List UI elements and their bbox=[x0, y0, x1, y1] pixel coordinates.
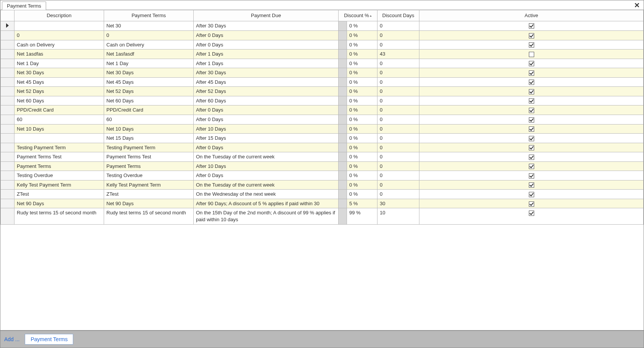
table-row[interactable]: 6060After 0 Days0 %0 bbox=[1, 115, 644, 125]
cell-description[interactable]: Testing Overdue bbox=[14, 171, 104, 180]
cell-payment-due[interactable]: After 0 Days bbox=[194, 40, 339, 49]
cell-active[interactable] bbox=[419, 115, 644, 125]
cell-active[interactable] bbox=[419, 143, 644, 152]
table-row[interactable]: Rudy test terms 15 of second monthRudy t… bbox=[1, 208, 644, 224]
cell-discount-days[interactable]: 0 bbox=[377, 59, 419, 68]
cell-active[interactable] bbox=[419, 77, 644, 87]
discount-pct-editor-button[interactable] bbox=[339, 152, 347, 162]
discount-pct-editor-button[interactable] bbox=[339, 59, 347, 68]
cell-description[interactable]: Net 1asdfas bbox=[14, 49, 104, 59]
discount-pct-editor-button[interactable] bbox=[339, 143, 347, 152]
cell-discount-pct[interactable]: 0 % bbox=[347, 21, 377, 31]
cell-discount-days[interactable]: 0 bbox=[377, 21, 419, 31]
cell-active[interactable] bbox=[419, 208, 644, 224]
cell-payment-terms[interactable]: Rudy test terms 15 of second month bbox=[104, 208, 194, 224]
discount-pct-editor-button[interactable] bbox=[339, 21, 347, 31]
cell-payment-terms[interactable]: Kelly Test Payment Term bbox=[104, 180, 194, 190]
discount-pct-editor-button[interactable] bbox=[339, 49, 347, 59]
table-row[interactable]: Payment Terms TestPayment Terms TestOn t… bbox=[1, 152, 644, 162]
cell-active[interactable] bbox=[419, 134, 644, 143]
cell-active[interactable] bbox=[419, 59, 644, 68]
cell-payment-terms[interactable]: ZTest bbox=[104, 190, 194, 199]
discount-pct-editor-button[interactable] bbox=[339, 180, 347, 190]
table-row[interactable]: Net 90 DaysNet 90 DaysAfter 90 Days; A d… bbox=[1, 199, 644, 208]
cell-payment-due[interactable]: After 15 Days bbox=[194, 134, 339, 143]
table-row[interactable]: Net 60 DaysNet 60 DaysAfter 60 Days0 %0 bbox=[1, 96, 644, 105]
cell-payment-terms[interactable]: Payment Terms bbox=[104, 161, 194, 171]
cell-discount-pct[interactable]: 0 % bbox=[347, 124, 377, 134]
cell-payment-due[interactable]: After 45 Days bbox=[194, 77, 339, 87]
table-row[interactable]: Net 52 DaysNet 52 DaysAfter 52 Days0 %0 bbox=[1, 87, 644, 96]
table-row[interactable]: Net 15 DaysAfter 15 Days0 %0 bbox=[1, 134, 644, 143]
table-row[interactable]: Net 45 DaysNet 45 DaysAfter 45 Days0 %0 bbox=[1, 77, 644, 87]
cell-discount-pct[interactable]: 0 % bbox=[347, 40, 377, 49]
col-header-discount-pct[interactable]: Discount %▴ bbox=[339, 10, 377, 21]
row-selector-cell[interactable] bbox=[1, 124, 14, 134]
cell-discount-pct[interactable]: 0 % bbox=[347, 31, 377, 40]
cell-discount-pct[interactable]: 0 % bbox=[347, 105, 377, 115]
cell-payment-terms[interactable]: Net 10 Days bbox=[104, 124, 194, 134]
cell-active[interactable] bbox=[419, 105, 644, 115]
cell-discount-days[interactable]: 10 bbox=[377, 208, 419, 224]
active-checkbox[interactable] bbox=[529, 145, 534, 150]
cell-discount-pct[interactable]: 0 % bbox=[347, 161, 377, 171]
cell-active[interactable] bbox=[419, 199, 644, 208]
cell-description[interactable] bbox=[14, 21, 104, 31]
cell-payment-due[interactable]: After 10 Days bbox=[194, 161, 339, 171]
row-selector-cell[interactable] bbox=[1, 21, 14, 31]
discount-pct-editor-button[interactable] bbox=[339, 40, 347, 49]
cell-active[interactable] bbox=[419, 180, 644, 190]
active-checkbox[interactable] bbox=[529, 136, 534, 141]
cell-active[interactable] bbox=[419, 31, 644, 40]
cell-discount-days[interactable]: 0 bbox=[377, 134, 419, 143]
cell-discount-pct[interactable]: 0 % bbox=[347, 87, 377, 96]
row-selector-cell[interactable] bbox=[1, 31, 14, 40]
cell-discount-pct[interactable]: 5 % bbox=[347, 199, 377, 208]
cell-discount-pct[interactable]: 0 % bbox=[347, 77, 377, 87]
cell-description[interactable]: 60 bbox=[14, 115, 104, 125]
cell-description[interactable]: Net 1 Day bbox=[14, 59, 104, 68]
discount-pct-editor-button[interactable] bbox=[339, 68, 347, 78]
cell-active[interactable] bbox=[419, 68, 644, 78]
cell-discount-pct[interactable]: 99 % bbox=[347, 208, 377, 224]
cell-discount-pct[interactable]: 0 % bbox=[347, 49, 377, 59]
active-checkbox[interactable] bbox=[529, 211, 534, 216]
grid-scroll-area[interactable]: Description Payment Terms Payment Due Di… bbox=[0, 10, 644, 330]
add-link[interactable]: Add ... bbox=[4, 336, 19, 342]
cell-payment-due[interactable]: After 60 Days bbox=[194, 96, 339, 105]
active-checkbox[interactable] bbox=[529, 98, 534, 104]
cell-discount-days[interactable]: 0 bbox=[377, 143, 419, 152]
table-row[interactable]: ZTestZTestOn the Wednesday of the next w… bbox=[1, 190, 644, 199]
cell-payment-terms[interactable]: Cash on Delivery bbox=[104, 40, 194, 49]
cell-discount-pct[interactable]: 0 % bbox=[347, 115, 377, 125]
cell-payment-terms[interactable]: Net 45 Days bbox=[104, 77, 194, 87]
row-selector-cell[interactable] bbox=[1, 199, 14, 208]
cell-discount-days[interactable]: 0 bbox=[377, 152, 419, 162]
table-row[interactable]: 00After 0 Days0 %0 bbox=[1, 31, 644, 40]
cell-payment-due[interactable]: On the Tuesday of the current week bbox=[194, 152, 339, 162]
table-row[interactable]: Net 1 DayNet 1 DayAfter 1 Days0 %0 bbox=[1, 59, 644, 68]
active-checkbox[interactable] bbox=[529, 33, 534, 38]
row-selector-cell[interactable] bbox=[1, 40, 14, 49]
cell-payment-due[interactable]: After 0 Days bbox=[194, 31, 339, 40]
close-button[interactable]: ✕ bbox=[632, 2, 642, 9]
active-checkbox[interactable] bbox=[529, 192, 534, 197]
cell-payment-due[interactable]: After 0 Days bbox=[194, 115, 339, 125]
discount-pct-editor-button[interactable] bbox=[339, 115, 347, 125]
row-selector-cell[interactable] bbox=[1, 96, 14, 105]
active-checkbox[interactable] bbox=[529, 164, 534, 169]
cell-description[interactable]: 0 bbox=[14, 31, 104, 40]
discount-pct-editor-button[interactable] bbox=[339, 77, 347, 87]
cell-payment-terms[interactable]: Net 52 Days bbox=[104, 87, 194, 96]
cell-payment-due[interactable]: After 90 Days; A discount of 5 % applies… bbox=[194, 199, 339, 208]
cell-payment-due[interactable]: After 1 Days bbox=[194, 59, 339, 68]
cell-payment-due[interactable]: After 0 Days bbox=[194, 105, 339, 115]
cell-discount-days[interactable]: 0 bbox=[377, 115, 419, 125]
row-selector-cell[interactable] bbox=[1, 77, 14, 87]
cell-payment-due[interactable]: After 1 Days bbox=[194, 49, 339, 59]
cell-active[interactable] bbox=[419, 161, 644, 171]
cell-discount-days[interactable]: 0 bbox=[377, 105, 419, 115]
cell-discount-days[interactable]: 0 bbox=[377, 77, 419, 87]
table-row[interactable]: Kelly Test Payment TermKelly Test Paymen… bbox=[1, 180, 644, 190]
active-checkbox[interactable] bbox=[529, 201, 534, 207]
